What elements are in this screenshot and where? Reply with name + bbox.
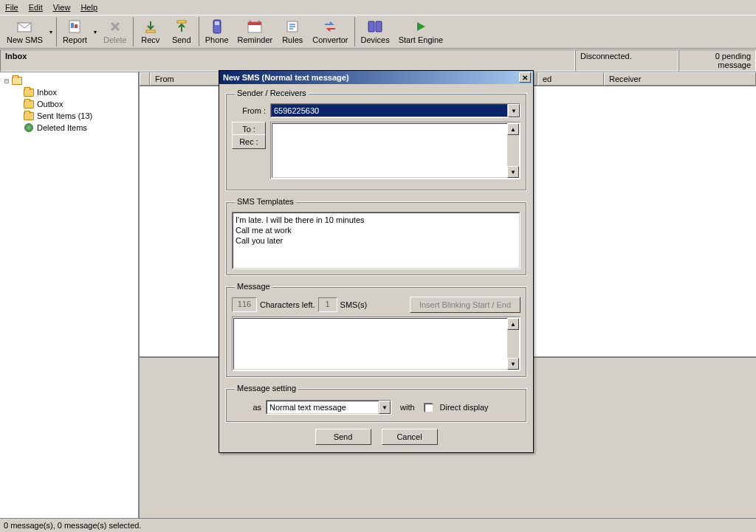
new-sms-dialog: New SMS (Normal text message) ✕ Sender /… — [219, 70, 534, 453]
reminder-button[interactable]: Reminder — [233, 17, 278, 46]
folder-icon — [24, 89, 34, 97]
col-blank[interactable] — [140, 72, 150, 86]
close-icon[interactable]: ✕ — [519, 72, 531, 83]
message-textarea[interactable]: ▲ ▼ — [232, 317, 520, 371]
menu-edit[interactable]: Edit — [27, 1, 44, 13]
sms-count-label: SMS(s) — [340, 300, 368, 309]
devices-icon — [368, 19, 382, 34]
scroll-up-icon[interactable]: ▲ — [507, 123, 519, 135]
collapse-icon[interactable]: ⊟ — [2, 77, 11, 85]
new-sms-label: New SMS — [7, 35, 43, 44]
svg-rect-5 — [177, 21, 186, 23]
delete-button: Delete — [99, 17, 131, 46]
menu-file[interactable]: File — [4, 1, 20, 13]
reminder-icon — [247, 19, 262, 34]
recycle-icon — [24, 123, 33, 132]
from-value: 6596225630 — [271, 104, 508, 117]
tree-inbox[interactable]: Inbox — [2, 86, 136, 98]
scroll-up-icon[interactable]: ▲ — [507, 318, 519, 330]
rules-icon — [285, 19, 300, 34]
report-icon — [67, 19, 82, 34]
direct-display-label: Direct display — [440, 403, 489, 412]
recv-icon — [143, 19, 158, 34]
reminder-label: Reminder — [238, 35, 273, 44]
message-setting-group: Message setting as Normal text message ▼… — [225, 384, 527, 423]
svg-rect-4 — [146, 30, 155, 32]
rules-button[interactable]: Rules — [277, 17, 308, 46]
send-sms-button[interactable]: Send — [315, 429, 371, 445]
svg-rect-13 — [368, 21, 374, 32]
report-button[interactable]: Report — [58, 17, 92, 46]
report-label: Report — [63, 35, 87, 44]
tree-inbox-label: Inbox — [37, 88, 57, 97]
connection-status: Disconnected. — [575, 49, 678, 72]
chevron-down-icon[interactable]: ▼ — [379, 401, 391, 414]
svg-rect-7 — [215, 21, 219, 25]
scroll-down-icon[interactable]: ▼ — [507, 358, 519, 370]
with-label: with — [396, 403, 419, 412]
tree-deleted-label: Deleted Items — [37, 123, 87, 132]
start-engine-label: Start Engine — [399, 35, 444, 44]
tree-root[interactable]: ⊟ — [2, 75, 136, 86]
toolbar: New SMS ▾ Report ▾ Delete Recv — [0, 15, 756, 49]
to-textarea[interactable]: ▲ ▼ — [270, 122, 520, 179]
rules-label: Rules — [282, 35, 303, 44]
delete-label: Delete — [103, 35, 127, 44]
template-item[interactable]: I'm late. I will be there in 10 minutes — [236, 215, 517, 225]
menu-bar: File Edit View Help — [0, 0, 756, 15]
chars-left-label: Characters left. — [260, 300, 315, 309]
recv-label: Recv — [141, 35, 159, 44]
as-label: as — [232, 403, 261, 412]
template-item[interactable]: Call you later — [236, 235, 517, 246]
send-label: Send — [172, 35, 191, 44]
chevron-down-icon[interactable]: ▼ — [508, 104, 520, 117]
new-sms-button[interactable]: New SMS — [2, 17, 47, 46]
tree-outbox[interactable]: Outbox — [2, 98, 136, 110]
recv-button[interactable]: Recv — [135, 17, 166, 46]
insert-blinking-button[interactable]: Insert Blinking Start / End — [410, 297, 520, 313]
report-dropdown[interactable]: ▾ — [92, 29, 99, 35]
rec-button[interactable]: Rec : — [232, 134, 266, 149]
phone-label: Phone — [205, 35, 229, 44]
svg-rect-14 — [376, 21, 382, 32]
sms-templates-legend: SMS Templates — [235, 197, 296, 206]
title-row: Inbox Disconnected. 0 pending message — [0, 49, 756, 72]
message-setting-legend: Message setting — [235, 384, 298, 393]
pending-status: 0 pending message — [678, 49, 756, 72]
col-receiver[interactable]: Receiver — [604, 72, 756, 86]
from-combo[interactable]: 6596225630 ▼ — [270, 103, 520, 118]
direct-display-checkbox[interactable] — [424, 403, 433, 412]
svg-rect-3 — [75, 24, 78, 28]
template-item[interactable]: Call me at work — [236, 225, 517, 235]
dialog-titlebar[interactable]: New SMS (Normal text message) ✕ — [219, 71, 533, 84]
message-type-combo[interactable]: Normal text message ▼ — [266, 400, 391, 415]
start-engine-button[interactable]: Start Engine — [394, 17, 448, 46]
svg-point-10 — [250, 21, 252, 23]
folder-tree[interactable]: ⊟ Inbox Outbox Sent Items (13) Deleted I… — [0, 72, 140, 523]
send-icon — [174, 19, 189, 34]
phone-icon — [210, 19, 224, 34]
folder-open-icon — [12, 77, 22, 85]
menu-view[interactable]: View — [52, 1, 72, 13]
new-sms-dropdown[interactable]: ▾ — [47, 29, 55, 35]
tree-sent-label: Sent Items (13) — [37, 111, 92, 120]
delete-icon — [108, 19, 123, 34]
cancel-button[interactable]: Cancel — [382, 429, 438, 445]
convertor-button[interactable]: Convertor — [308, 17, 352, 46]
scroll-down-icon[interactable]: ▼ — [507, 166, 519, 178]
tree-sent[interactable]: Sent Items (13) — [2, 110, 136, 122]
message-group: Message 116 Characters left. 1 SMS(s) In… — [225, 282, 527, 378]
play-icon — [413, 19, 428, 34]
tree-deleted[interactable]: Deleted Items — [2, 122, 136, 134]
send-button[interactable]: Send — [166, 17, 197, 46]
phone-button[interactable]: Phone — [201, 17, 233, 46]
sms-count-value: 1 — [318, 297, 337, 312]
devices-label: Devices — [361, 35, 390, 44]
svg-rect-2 — [71, 23, 74, 28]
templates-listbox[interactable]: I'm late. I will be there in 10 minutes … — [232, 212, 520, 269]
status-bar: 0 message(s), 0 message(s) selected. — [0, 518, 756, 532]
devices-button[interactable]: Devices — [357, 17, 394, 46]
col-received[interactable]: ed — [537, 72, 604, 86]
menu-help[interactable]: Help — [79, 1, 99, 13]
from-label: From : — [232, 103, 266, 118]
